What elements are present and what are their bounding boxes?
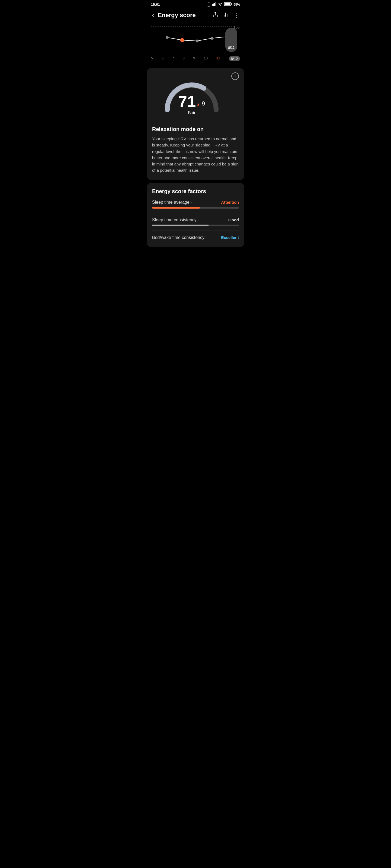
bluetooth-icon: ⁐ [207,3,210,6]
x-label-10: 10 [204,56,207,61]
chart-area: 100 8/12 5 6 7 8 9 10 [147,23,244,66]
svg-point-4 [220,5,221,6]
score-arrow: ▲ [196,102,200,106]
share-button[interactable] [212,12,218,19]
more-button[interactable]: ⋮ [233,11,240,19]
factor-chevron-3: › [205,236,206,240]
score-label: Fair [178,111,205,115]
progress-bar-1 [152,207,239,209]
factor-status-3: Excellent [221,235,239,240]
svg-point-17 [211,37,214,40]
wifi-icon [218,2,223,7]
factor-header-2: Sleep time consistency › Good [152,218,239,222]
score-main: 71 [178,94,196,109]
svg-rect-3 [215,2,216,6]
page-title: Energy score [158,12,210,19]
status-time: 15:01 [151,2,160,6]
x-label-7: 7 [172,56,174,61]
factors-title: Energy score factors [152,188,239,194]
back-button[interactable]: ‹ [151,10,155,20]
chart-thumb-label: 8/12 [228,46,234,50]
progress-bar-2 [152,225,239,226]
score-decimal: ▲.9 [196,101,205,106]
divider-1 [152,213,239,213]
status-bar: 15:01 ⁐ 95% [147,0,244,8]
progress-fill-2 [152,225,208,226]
x-axis: 5 6 7 8 9 10 11 8/12 [151,55,240,61]
factor-header-3: Bed/wake time consistency › Excellent [152,235,239,240]
gauge-container: 71 ▲.9 Fair [152,74,231,121]
factor-chevron-1: › [191,200,192,204]
factor-item-sleep-time-consistency: Sleep time consistency › Good [152,218,239,226]
battery-percent: 95% [233,3,240,6]
svg-rect-6 [231,3,232,5]
factor-status-2: Good [228,218,239,222]
x-label-9: 9 [193,56,195,61]
relaxation-title: Relaxation mode on [152,126,239,132]
score-number: 71 ▲.9 [178,94,205,109]
chart-svg-container: 8/12 [151,23,240,55]
x-label-6: 6 [162,56,164,61]
info-button[interactable]: i [231,72,239,80]
factor-name-1[interactable]: Sleep time average › [152,200,192,205]
factor-chevron-2: › [198,218,199,222]
svg-rect-0 [212,4,213,6]
svg-rect-7 [225,3,230,5]
score-card: i 71 ▲.9 Fair Relaxation mode on Your sl… [147,68,244,180]
signal-icon [212,2,216,7]
relaxation-text: Your sleeping HRV has returned to normal… [152,135,239,174]
x-label-5: 5 [151,56,153,61]
battery-icon [224,2,232,7]
chart-scrollbar-thumb[interactable]: 8/12 [225,28,237,52]
factor-name-3[interactable]: Bed/wake time consistency › [152,235,206,240]
svg-point-16 [196,40,198,42]
score-center: 71 ▲.9 Fair [178,94,205,115]
chart-button[interactable] [223,12,229,19]
factors-card: Energy score factors Sleep time average … [147,183,244,247]
factor-item-bed-wake-consistency: Bed/wake time consistency › Excellent [152,235,239,240]
header-actions: ⋮ [212,11,240,19]
factor-item-sleep-time-average: Sleep time average › Attention [152,200,239,209]
factor-status-1: Attention [221,200,239,205]
status-icons: ⁐ 95% [207,2,240,7]
svg-point-15 [180,38,184,42]
factor-name-2[interactable]: Sleep time consistency › [152,218,199,222]
x-label-8: 8 [183,56,185,61]
x-label-11: 11 [216,56,220,61]
x-label-selected: 8/12 [229,56,240,61]
svg-rect-2 [214,3,215,6]
svg-rect-1 [213,3,214,6]
progress-fill-1 [152,207,200,209]
factor-header-1: Sleep time average › Attention [152,200,239,205]
divider-2 [152,230,239,231]
header: ‹ Energy score ⋮ [147,8,244,23]
svg-point-14 [166,36,169,39]
